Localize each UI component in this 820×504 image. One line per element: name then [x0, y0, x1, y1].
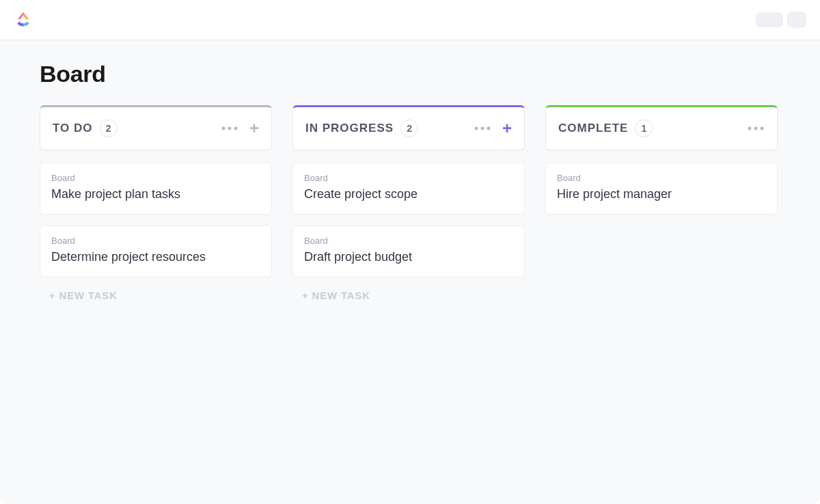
column-count-badge: 2	[100, 120, 118, 137]
cards-list-in-progress: Board Create project scope Board Draft p…	[292, 163, 525, 277]
cards-list-complete: Board Hire project manager	[545, 163, 778, 214]
svg-point-4	[480, 127, 484, 130]
clickup-logo-icon	[14, 10, 33, 29]
column-title: COMPLETE	[558, 122, 628, 135]
cards-list-todo: Board Make project plan tasks Board Dete…	[40, 163, 272, 277]
task-card[interactable]: Board Draft project budget	[292, 225, 525, 277]
column-header-todo[interactable]: TO DO 2 +	[40, 105, 272, 150]
content-area: Board TO DO 2 +	[0, 40, 820, 504]
column-header-complete[interactable]: COMPLETE 1	[545, 105, 778, 150]
card-tag: Board	[51, 236, 260, 246]
topbar-placeholder-button-1[interactable]	[756, 12, 783, 27]
column-title: TO DO	[53, 122, 93, 135]
svg-point-6	[748, 127, 752, 130]
card-tag: Board	[304, 173, 513, 183]
topbar	[0, 0, 820, 40]
svg-point-0	[221, 127, 225, 130]
svg-point-3	[474, 127, 478, 130]
column-title: IN PROGRESS	[305, 122, 394, 135]
card-title: Determine project resources	[51, 250, 260, 264]
task-card[interactable]: Board Create project scope	[292, 163, 525, 214]
card-tag: Board	[51, 173, 260, 183]
add-task-icon[interactable]: +	[502, 120, 512, 137]
more-options-icon[interactable]	[474, 122, 491, 135]
card-title: Draft project budget	[304, 250, 513, 264]
card-title: Make project plan tasks	[51, 187, 260, 201]
topbar-right	[756, 12, 806, 28]
task-card[interactable]: Board Determine project resources	[40, 225, 272, 277]
column-in-progress: IN PROGRESS 2 + Board Create project sco…	[292, 105, 525, 304]
column-count-badge: 1	[635, 120, 653, 137]
board-columns: TO DO 2 + Board Make project plan tasks	[40, 105, 780, 304]
column-count-badge: 2	[400, 120, 418, 137]
more-options-icon[interactable]	[747, 122, 765, 135]
page-title: Board	[40, 61, 780, 87]
column-complete: COMPLETE 1 Board Hire project manager	[545, 105, 778, 304]
task-card[interactable]: Board Hire project manager	[545, 163, 778, 214]
app-logo[interactable]	[14, 10, 33, 29]
new-task-button[interactable]: + NEW TASK	[40, 287, 272, 304]
card-title: Hire project manager	[557, 187, 766, 201]
svg-point-5	[487, 127, 490, 130]
card-tag: Board	[557, 173, 766, 183]
card-tag: Board	[304, 236, 513, 246]
new-task-button[interactable]: + NEW TASK	[292, 287, 525, 304]
svg-point-7	[754, 127, 758, 130]
svg-point-8	[761, 127, 764, 130]
app-window: Board TO DO 2 +	[0, 0, 820, 504]
topbar-placeholder-button-2[interactable]	[787, 12, 806, 28]
task-card[interactable]: Board Make project plan tasks	[40, 163, 272, 214]
column-todo: TO DO 2 + Board Make project plan tasks	[40, 105, 272, 304]
svg-point-1	[228, 127, 231, 130]
column-header-in-progress[interactable]: IN PROGRESS 2 +	[292, 105, 525, 150]
card-title: Create project scope	[304, 187, 513, 201]
add-task-icon[interactable]: +	[249, 120, 259, 137]
svg-point-2	[234, 127, 237, 130]
more-options-icon[interactable]	[221, 122, 238, 135]
